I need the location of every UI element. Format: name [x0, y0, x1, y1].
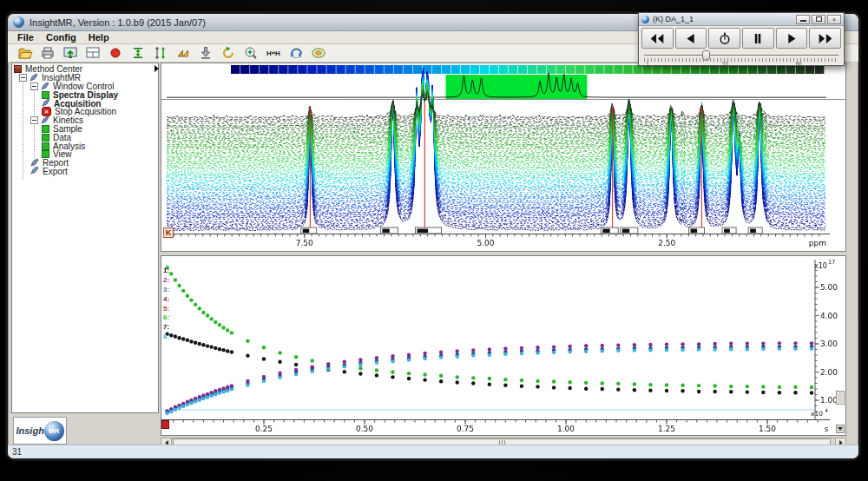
pen-icon: [41, 82, 49, 92]
tree-item-kinetics[interactable]: Kinetics: [12, 116, 158, 125]
headset-icon[interactable]: [287, 45, 304, 62]
kinetics-plot-panel: 1:2:3:4:5:6:7:8:: [161, 255, 846, 436]
insightmr-logo: Insight MR: [13, 417, 67, 445]
minimize-icon: [800, 20, 806, 22]
spectra-axis-marker: K: [163, 227, 174, 238]
record-icon[interactable]: [107, 45, 123, 62]
transport-title-bar[interactable]: (K) DA_1_1 ×: [639, 13, 844, 26]
module-square-icon: [42, 150, 49, 158]
window-tile-icon[interactable]: [84, 45, 101, 62]
app-window: InsightMR, Version : 1.0.b9 (2015 Jan/07…: [5, 11, 861, 461]
pull-down-icon[interactable]: [197, 45, 214, 62]
legend-entry-8: 8:: [163, 333, 169, 341]
logo-badge: MR: [44, 421, 64, 441]
tree-guide: [34, 86, 35, 171]
logo-text: Insight: [16, 425, 47, 436]
rotate-left-icon[interactable]: [220, 45, 236, 62]
slider-label: 1: [646, 61, 649, 67]
print-icon[interactable]: [39, 45, 56, 62]
arrow-down-icon: [838, 427, 843, 431]
desktop-background: InsightMR, Version : 1.0.b9 (2015 Jan/07…: [0, 0, 868, 481]
axis-adjust-icon[interactable]: [152, 45, 168, 62]
scroll-down-button[interactable]: [836, 425, 845, 433]
spectra-waterfall-chart[interactable]: [161, 63, 845, 251]
pause-button[interactable]: [742, 28, 774, 49]
status-bar: 31: [8, 445, 858, 458]
rewind-button[interactable]: [641, 28, 674, 49]
collapse-expander-icon[interactable]: [30, 116, 38, 124]
menu-item-help[interactable]: Help: [82, 32, 115, 43]
kinetics-series-legend: 1:2:3:4:5:6:7:8:: [163, 267, 169, 341]
zoom-in-icon[interactable]: [242, 45, 259, 62]
transport-window-icon: [641, 16, 649, 23]
stack-arrows-icon[interactable]: [174, 45, 191, 62]
h-h-extents-icon[interactable]: HH: [265, 45, 281, 62]
menu-item-config[interactable]: Config: [40, 32, 82, 43]
module-square-icon: [42, 142, 49, 150]
play-button[interactable]: [776, 28, 808, 49]
splitter-collapse-icon[interactable]: [155, 65, 159, 72]
slider-tick-ruler: [644, 58, 838, 62]
pen-icon: [30, 166, 39, 176]
slider-track[interactable]: [644, 55, 838, 56]
timer-button[interactable]: [708, 28, 740, 49]
main-content: Method CenterInsightMRWindow ControlSpec…: [8, 63, 858, 447]
display-export-icon[interactable]: [62, 45, 78, 62]
fast-forward-button[interactable]: [809, 28, 841, 49]
legend-entry-2: 2:: [163, 277, 169, 285]
close-button[interactable]: ×: [827, 15, 841, 24]
method-tree-panel: Method CenterInsightMRWindow ControlSpec…: [11, 63, 159, 413]
svg-text:H: H: [266, 49, 272, 57]
restore-button[interactable]: [812, 15, 825, 24]
open-folder-icon[interactable]: [16, 45, 33, 62]
module-square-icon: [42, 125, 49, 133]
oval-region-icon[interactable]: [310, 45, 326, 62]
pen-icon: [41, 115, 49, 126]
kinetics-origin-marker: [161, 420, 169, 429]
app-icon: [13, 16, 24, 28]
legend-entry-1: 1:: [163, 267, 169, 275]
transport-controls: [639, 26, 844, 50]
minimize-button[interactable]: [796, 15, 810, 24]
spectra-display-panel: K: [161, 63, 846, 252]
svg-text:H: H: [275, 49, 280, 57]
y-scale-icon[interactable]: [129, 45, 146, 62]
acquisition-transport-window: (K) DA_1_1 × 1 33 66: [638, 12, 845, 66]
restore-icon: [816, 16, 822, 22]
pen-icon: [30, 73, 38, 83]
menu-item-file[interactable]: File: [11, 32, 40, 43]
step-back-button[interactable]: [675, 28, 707, 49]
legend-entry-3: 3:: [163, 287, 169, 294]
window-title: InsightMR, Version : 1.0.b9 (2015 Jan/07…: [30, 17, 206, 28]
slider-label: 66: [796, 61, 802, 67]
legend-entry-4: 4:: [163, 296, 169, 304]
collapse-expander-icon[interactable]: [19, 74, 27, 82]
kinetics-scatter-chart[interactable]: [161, 256, 845, 435]
slider-label: 33: [722, 61, 728, 67]
legend-entry-5: 5:: [163, 306, 169, 313]
kinetics-vertical-scrollbar[interactable]: [836, 258, 845, 433]
transport-window-title: (K) DA_1_1: [653, 15, 794, 23]
module-square-icon: [42, 134, 49, 142]
experiment-slider[interactable]: 1 33 66: [644, 50, 838, 66]
collapse-expander-icon[interactable]: [30, 82, 38, 90]
legend-entry-7: 7:: [163, 324, 169, 332]
status-text: 31: [12, 447, 22, 457]
tree-guide: [23, 77, 23, 180]
method-center-icon: [14, 65, 22, 73]
legend-entry-6: 6:: [163, 314, 169, 322]
tree-item-label: Export: [43, 167, 68, 176]
scrollbar-thumb[interactable]: [836, 391, 845, 405]
